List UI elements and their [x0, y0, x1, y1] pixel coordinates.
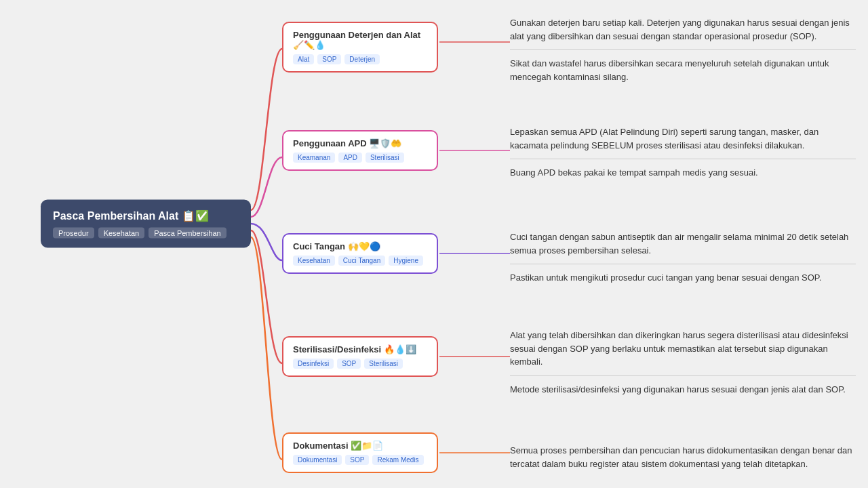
cuci-tag-2: Hygiene [389, 256, 423, 266]
dokumentasi-tag-1: SOP [345, 455, 369, 465]
deterjen-info-0: Gunakan deterjen baru setiap kali. Deter… [510, 9, 856, 50]
node-apd: Penggunaan APD 🖥️🛡️🤲 Keamanan APD Steril… [282, 130, 438, 171]
dokumentasi-title: Dokumentasi ✅📁📄 [293, 441, 427, 451]
sterilisasi-tags: Desinfeksi SOP Sterilisasi [293, 359, 427, 369]
node-cuci: Cuci Tangan 🙌💛🔵 Kesehatan Cuci Tangan Hy… [282, 233, 438, 274]
central-node: Pasca Pembersihan Alat 📋✅ Prosedur Keseh… [41, 200, 251, 248]
cuci-title: Cuci Tangan 🙌💛🔵 [293, 241, 427, 251]
deterjen-tag-1: SOP [317, 54, 341, 64]
sterilisasi-tag-0: Desinfeksi [293, 359, 334, 369]
info-sterilisasi: Alat yang telah dibersihkan dan dikering… [510, 322, 856, 403]
dokumentasi-tags: Dokumentasi SOP Rekam Medis [293, 455, 427, 465]
central-tag-1: Kesehatan [98, 228, 145, 239]
info-cuci: Cuci tangan dengan sabun antiseptik dan … [510, 224, 856, 291]
dokumentasi-tag-0: Dokumentasi [293, 455, 342, 465]
sterilisasi-info-1: Metode sterilisasi/desinfeksi yang digun… [510, 376, 856, 403]
apd-tags: Keamanan APD Sterilisasi [293, 152, 427, 163]
cuci-info-1: Pastikan untuk mengikuti prosedur cuci t… [510, 264, 856, 291]
deterjen-title: Penggunaan Deterjen dan Alat 🧹✏️💧 [293, 30, 427, 50]
deterjen-tag-0: Alat [293, 54, 314, 64]
dokumentasi-info-0: Semua proses pembersihan dan pencucian h… [510, 437, 856, 477]
info-deterjen: Gunakan deterjen baru setiap kali. Deter… [510, 9, 856, 90]
deterjen-tags: Alat SOP Deterjen [293, 54, 427, 64]
deterjen-tag-2: Deterjen [344, 54, 380, 64]
dokumentasi-tag-2: Rekam Medis [372, 455, 423, 465]
node-deterjen: Penggunaan Deterjen dan Alat 🧹✏️💧 Alat S… [282, 22, 438, 73]
cuci-tag-0: Kesehatan [293, 256, 335, 266]
node-sterilisasi: Sterilisasi/Desinfeksi 🔥💧⬇️ Desinfeksi S… [282, 336, 438, 377]
sterilisasi-title: Sterilisasi/Desinfeksi 🔥💧⬇️ [293, 344, 427, 354]
sterilisasi-info-0: Alat yang telah dibersihkan dan dikering… [510, 322, 856, 376]
apd-info-0: Lepaskan semua APD (Alat Pelindung Diri)… [510, 119, 856, 159]
info-dokumentasi: Semua proses pembersihan dan pencucian h… [510, 437, 856, 477]
central-tag-0: Prosedur [53, 228, 94, 239]
central-title: Pasca Pembersihan Alat 📋✅ [53, 209, 239, 222]
apd-tag-2: Sterilisasi [366, 152, 404, 163]
info-apd: Lepaskan semua APD (Alat Pelindung Diri)… [510, 119, 856, 186]
central-tags: Prosedur Kesehatan Pasca Pembersihan [53, 228, 239, 239]
sterilisasi-tag-2: Sterilisasi [364, 359, 403, 369]
apd-title: Penggunaan APD 🖥️🛡️🤲 [293, 138, 427, 148]
sterilisasi-tag-1: SOP [337, 359, 361, 369]
cuci-tags: Kesehatan Cuci Tangan Hygiene [293, 256, 427, 266]
central-tag-2: Pasca Pembersihan [149, 228, 226, 239]
cuci-info-0: Cuci tangan dengan sabun antiseptik dan … [510, 224, 856, 264]
apd-tag-0: Keamanan [293, 152, 335, 163]
node-dokumentasi: Dokumentasi ✅📁📄 Dokumentasi SOP Rekam Me… [282, 432, 438, 473]
apd-tag-1: APD [338, 152, 362, 163]
canvas: Pasca Pembersihan Alat 📋✅ Prosedur Keseh… [0, 0, 868, 488]
apd-info-1: Buang APD bekas pakai ke tempat sampah m… [510, 159, 856, 186]
deterjen-info-1: Sikat dan wastafel harus dibersihkan sec… [510, 50, 856, 90]
cuci-tag-1: Cuci Tangan [338, 256, 385, 266]
